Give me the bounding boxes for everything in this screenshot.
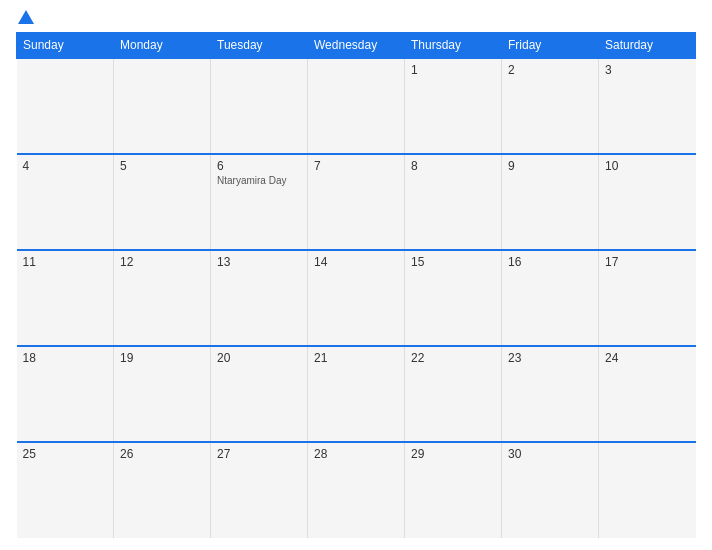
day-cell-2-3: 14 — [308, 250, 405, 346]
day-cell-3-1: 19 — [114, 346, 211, 442]
day-cell-1-2: 6Ntaryamira Day — [211, 154, 308, 250]
logo — [16, 12, 34, 24]
day-number: 29 — [411, 447, 495, 461]
week-row-3: 11121314151617 — [17, 250, 696, 346]
day-number: 21 — [314, 351, 398, 365]
day-cell-0-6: 3 — [599, 58, 696, 154]
header-saturday: Saturday — [599, 33, 696, 59]
day-cell-3-3: 21 — [308, 346, 405, 442]
day-number: 4 — [23, 159, 108, 173]
day-cell-0-1 — [114, 58, 211, 154]
day-number: 24 — [605, 351, 690, 365]
day-number: 25 — [23, 447, 108, 461]
day-number: 18 — [23, 351, 108, 365]
day-cell-4-3: 28 — [308, 442, 405, 538]
page: Sunday Monday Tuesday Wednesday Thursday… — [0, 0, 712, 550]
day-number: 22 — [411, 351, 495, 365]
day-number: 15 — [411, 255, 495, 269]
week-row-1: 123 — [17, 58, 696, 154]
logo-triangle-icon — [18, 10, 34, 24]
week-row-2: 456Ntaryamira Day78910 — [17, 154, 696, 250]
holiday-label: Ntaryamira Day — [217, 175, 301, 186]
day-cell-3-2: 20 — [211, 346, 308, 442]
day-cell-0-3 — [308, 58, 405, 154]
day-number: 12 — [120, 255, 204, 269]
day-cell-1-6: 10 — [599, 154, 696, 250]
day-cell-3-4: 22 — [405, 346, 502, 442]
header-thursday: Thursday — [405, 33, 502, 59]
week-row-4: 18192021222324 — [17, 346, 696, 442]
day-number: 16 — [508, 255, 592, 269]
day-cell-0-0 — [17, 58, 114, 154]
day-cell-4-6 — [599, 442, 696, 538]
day-number: 19 — [120, 351, 204, 365]
week-row-5: 252627282930 — [17, 442, 696, 538]
header-monday: Monday — [114, 33, 211, 59]
day-cell-3-5: 23 — [502, 346, 599, 442]
day-cell-3-6: 24 — [599, 346, 696, 442]
day-cell-1-5: 9 — [502, 154, 599, 250]
day-cell-2-6: 17 — [599, 250, 696, 346]
day-cell-2-2: 13 — [211, 250, 308, 346]
day-cell-0-5: 2 — [502, 58, 599, 154]
header-friday: Friday — [502, 33, 599, 59]
day-cell-3-0: 18 — [17, 346, 114, 442]
day-cell-2-4: 15 — [405, 250, 502, 346]
day-number: 27 — [217, 447, 301, 461]
day-cell-4-2: 27 — [211, 442, 308, 538]
day-cell-2-1: 12 — [114, 250, 211, 346]
day-number: 28 — [314, 447, 398, 461]
day-number: 23 — [508, 351, 592, 365]
day-number: 9 — [508, 159, 592, 173]
day-cell-1-0: 4 — [17, 154, 114, 250]
day-number: 17 — [605, 255, 690, 269]
day-cell-4-5: 30 — [502, 442, 599, 538]
day-cell-0-2 — [211, 58, 308, 154]
day-number: 1 — [411, 63, 495, 77]
day-number: 26 — [120, 447, 204, 461]
day-cell-4-0: 25 — [17, 442, 114, 538]
day-number: 6 — [217, 159, 301, 173]
day-number: 13 — [217, 255, 301, 269]
day-cell-2-5: 16 — [502, 250, 599, 346]
day-cell-1-3: 7 — [308, 154, 405, 250]
day-number: 11 — [23, 255, 108, 269]
day-number: 7 — [314, 159, 398, 173]
day-number: 20 — [217, 351, 301, 365]
header — [16, 12, 696, 24]
day-cell-4-1: 26 — [114, 442, 211, 538]
day-number: 14 — [314, 255, 398, 269]
day-cell-2-0: 11 — [17, 250, 114, 346]
calendar-table: Sunday Monday Tuesday Wednesday Thursday… — [16, 32, 696, 538]
header-wednesday: Wednesday — [308, 33, 405, 59]
day-number: 3 — [605, 63, 690, 77]
day-cell-4-4: 29 — [405, 442, 502, 538]
day-number: 5 — [120, 159, 204, 173]
weekday-header-row: Sunday Monday Tuesday Wednesday Thursday… — [17, 33, 696, 59]
day-cell-0-4: 1 — [405, 58, 502, 154]
header-tuesday: Tuesday — [211, 33, 308, 59]
day-cell-1-4: 8 — [405, 154, 502, 250]
header-sunday: Sunday — [17, 33, 114, 59]
day-number: 10 — [605, 159, 690, 173]
day-number: 30 — [508, 447, 592, 461]
day-cell-1-1: 5 — [114, 154, 211, 250]
day-number: 2 — [508, 63, 592, 77]
day-number: 8 — [411, 159, 495, 173]
